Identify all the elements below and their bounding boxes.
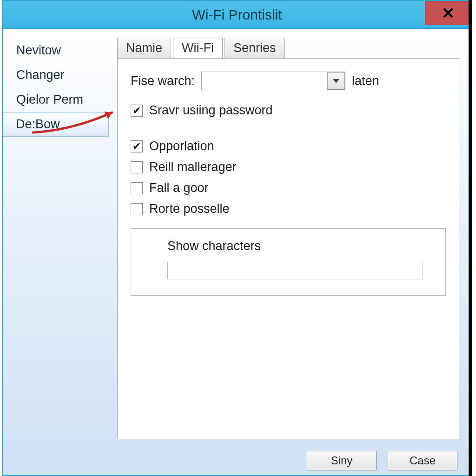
tab-namie[interactable]: Namie xyxy=(117,38,171,59)
fise-unit-label: laten xyxy=(352,74,379,88)
checkbox-opporlation[interactable]: Opporlation xyxy=(131,139,446,153)
fise-row: Fise warch: laten xyxy=(131,72,446,90)
tab-senries[interactable]: Senries xyxy=(225,38,285,59)
sidebar-item-label: Nevitow xyxy=(16,43,61,57)
button-label: Siny xyxy=(331,454,353,467)
titlebar: Wi-Fi Prontislit ✕ xyxy=(3,1,471,29)
checkbox-label: Rorte posselle xyxy=(149,202,230,216)
sidebar-item-label: Qielor Perm xyxy=(16,93,83,106)
cancel-button[interactable]: Case xyxy=(388,451,457,470)
chevron-down-icon xyxy=(333,79,339,83)
tab-wifi[interactable]: Wii-Fi xyxy=(173,38,223,59)
sidebar-item-qielor-perm[interactable]: Qielor Perm xyxy=(3,87,109,112)
checkbox-rorte-posselle[interactable]: Rorte posselle xyxy=(131,202,446,216)
checkbox-sravr-password[interactable]: Sravr usiing password xyxy=(131,103,446,118)
checkbox-icon xyxy=(131,140,143,152)
tab-label: Senries xyxy=(233,41,276,55)
tab-label: Namie xyxy=(126,41,162,55)
checkbox-icon xyxy=(131,105,143,117)
sidebar-item-changer[interactable]: Changer xyxy=(3,63,109,87)
footer-buttons: Siny Case xyxy=(307,451,457,470)
tab-strip: Namie Wii-Fi Senries xyxy=(117,37,459,58)
fise-combobox[interactable] xyxy=(201,72,345,90)
checkbox-label: Reill mallerager xyxy=(149,160,237,174)
show-characters-group: Show characters xyxy=(131,228,446,296)
sidebar: Nevitow Changer Qielor Perm De:Bow xyxy=(3,29,109,475)
checkbox-icon xyxy=(131,161,143,173)
sidebar-item-label: Changer xyxy=(16,68,65,82)
main-area: Namie Wii-Fi Senries Fise warch: laten xyxy=(109,29,468,475)
ok-button[interactable]: Siny xyxy=(307,451,377,470)
sidebar-item-label: De:Bow xyxy=(16,117,60,131)
dialog-body: Nevitow Changer Qielor Perm De:Bow Namie… xyxy=(3,29,468,475)
button-label: Case xyxy=(410,454,436,467)
window-title: Wi-Fi Prontislit xyxy=(192,7,282,23)
sidebar-item-nevitow[interactable]: Nevitow xyxy=(3,38,109,63)
checkbox-list: Sravr usiing password Opporlation Reill … xyxy=(131,103,446,216)
checkbox-fall-a-goor[interactable]: Fall a goor xyxy=(131,181,446,195)
checkbox-label: Opporlation xyxy=(149,139,214,153)
checkbox-icon xyxy=(131,182,143,194)
tab-panel: Fise warch: laten Sravr usiing password xyxy=(117,58,459,439)
show-characters-input[interactable] xyxy=(167,262,423,279)
tab-label: Wii-Fi xyxy=(182,41,214,55)
sidebar-item-debow[interactable]: De:Bow xyxy=(3,112,109,137)
dialog-window: Wi-Fi Prontislit ✕ Nevitow Changer Qielo… xyxy=(2,0,472,476)
close-icon: ✕ xyxy=(442,4,455,22)
fise-label: Fise warch: xyxy=(131,74,195,88)
combobox-button[interactable] xyxy=(327,72,345,90)
group-label: Show characters xyxy=(167,239,423,253)
checkbox-label: Fall a goor xyxy=(149,181,209,195)
checkbox-label: Sravr usiing password xyxy=(149,103,273,118)
close-button[interactable]: ✕ xyxy=(425,1,471,25)
checkbox-reill-mallerager[interactable]: Reill mallerager xyxy=(131,160,446,174)
checkbox-icon xyxy=(131,203,143,215)
